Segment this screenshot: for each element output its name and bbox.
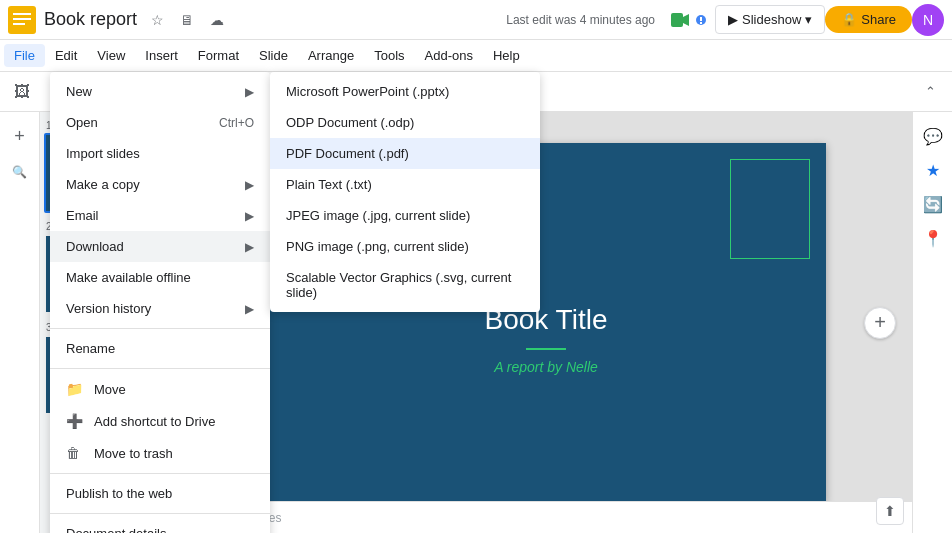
meet-button[interactable] (663, 9, 715, 31)
download-png-label: PNG image (.png, current slide) (286, 239, 469, 254)
explore-icon[interactable]: 🔄 (917, 188, 949, 220)
download-txt-label: Plain Text (.txt) (286, 177, 372, 192)
star-icon[interactable]: ☆ (145, 8, 169, 32)
folder-icon: 📁 (66, 381, 82, 397)
file-menu-email[interactable]: Email ▶ (50, 200, 270, 231)
file-menu-version-label: Version history (66, 301, 151, 316)
svg-rect-6 (700, 17, 702, 21)
svg-rect-4 (671, 13, 683, 27)
file-menu-publish[interactable]: Publish to the web (50, 478, 270, 509)
menu-item-insert[interactable]: Insert (135, 44, 188, 67)
file-menu-download-arrow: ▶ (245, 240, 254, 254)
download-jpg[interactable]: JPEG image (.jpg, current slide) (270, 200, 540, 231)
file-menu-new-label: New (66, 84, 92, 99)
file-menu-separator-1 (50, 328, 270, 329)
slideshow-label: Slideshow (742, 12, 801, 27)
file-menu-copy-arrow: ▶ (245, 178, 254, 192)
slide-canvas-border-decoration (730, 159, 810, 259)
menu-item-slide[interactable]: Slide (249, 44, 298, 67)
right-panel: 💬 ★ 🔄 📍 (912, 112, 952, 533)
drive-icon[interactable]: 🖥 (175, 8, 199, 32)
file-menu-separator-2 (50, 368, 270, 369)
cloud-icon[interactable]: ☁ (205, 8, 229, 32)
avatar[interactable]: N (912, 4, 944, 36)
file-menu-new[interactable]: New ▶ (50, 76, 270, 107)
svg-rect-3 (13, 23, 25, 25)
file-menu-trash[interactable]: 🗑 Move to trash (50, 437, 270, 469)
file-menu-offline[interactable]: Make available offline (50, 262, 270, 293)
canvas-add-button[interactable]: + (864, 307, 896, 339)
speaker-notes: d speaker notes (180, 501, 912, 533)
add-shortcut-icon: ➕ (66, 413, 82, 429)
maps-icon[interactable]: 📍 (917, 222, 949, 254)
download-txt[interactable]: Plain Text (.txt) (270, 169, 540, 200)
download-odp-label: ODP Document (.odp) (286, 115, 414, 130)
menu-item-addons[interactable]: Add-ons (415, 44, 483, 67)
share-button[interactable]: 🔒 Share (825, 6, 912, 33)
menu-item-file[interactable]: File (4, 44, 45, 67)
file-menu-open[interactable]: Open Ctrl+O (50, 107, 270, 138)
file-menu-download[interactable]: Download ▶ (50, 231, 270, 262)
file-menu-open-shortcut: Ctrl+O (219, 116, 254, 130)
title-bar: Book report ☆ 🖥 ☁ Last edit was 4 minute… (0, 0, 952, 40)
file-menu-shortcut[interactable]: ➕ Add shortcut to Drive (50, 405, 270, 437)
file-menu-shortcut-label: Add shortcut to Drive (94, 414, 215, 429)
file-menu-import-label: Import slides (66, 146, 140, 161)
add-slide-button[interactable]: + (4, 120, 36, 152)
download-pdf[interactable]: PDF Document (.pdf) (270, 138, 540, 169)
download-pdf-label: PDF Document (.pdf) (286, 146, 409, 161)
file-menu-copy[interactable]: Make a copy ▶ (50, 169, 270, 200)
comments-icon[interactable]: 💬 (917, 120, 949, 152)
file-menu-publish-label: Publish to the web (66, 486, 172, 501)
file-menu-import[interactable]: Import slides (50, 138, 270, 169)
download-jpg-label: JPEG image (.jpg, current slide) (286, 208, 470, 223)
slide-canvas-subtitle: A report by Nelle (494, 359, 598, 375)
download-pptx-label: Microsoft PowerPoint (.pptx) (286, 84, 449, 99)
menu-item-format[interactable]: Format (188, 44, 249, 67)
file-menu-copy-label: Make a copy (66, 177, 140, 192)
zoom-icon[interactable]: 🔍 (4, 156, 36, 188)
svg-rect-2 (13, 18, 31, 20)
file-menu-download-label: Download (66, 239, 124, 254)
svg-rect-1 (13, 13, 31, 15)
file-menu-new-arrow: ▶ (245, 85, 254, 99)
share-label: Share (861, 12, 896, 27)
toolbar-collapse-icon[interactable]: ⌃ (916, 78, 944, 106)
menu-item-arrange[interactable]: Arrange (298, 44, 364, 67)
download-submenu: Microsoft PowerPoint (.pptx) ODP Documen… (270, 72, 540, 312)
file-menu-separator-4 (50, 513, 270, 514)
last-edit-text: Last edit was 4 minutes ago (506, 13, 655, 27)
file-menu-open-label: Open (66, 115, 98, 130)
slideshow-monitor-icon: ▶ (728, 12, 738, 27)
file-menu-rename[interactable]: Rename (50, 333, 270, 364)
download-odp[interactable]: ODP Document (.odp) (270, 107, 540, 138)
slideshow-button[interactable]: ▶ Slideshow ▾ (715, 5, 825, 34)
app-logo (8, 6, 36, 34)
trash-icon: 🗑 (66, 445, 82, 461)
menu-item-edit[interactable]: Edit (45, 44, 87, 67)
file-menu-email-arrow: ▶ (245, 209, 254, 223)
menu-item-help[interactable]: Help (483, 44, 530, 67)
file-menu: New ▶ Open Ctrl+O Import slides Make a c… (50, 72, 270, 533)
doc-title: Book report (44, 9, 137, 30)
notes-expand-button[interactable]: ⬆ (876, 497, 904, 525)
ai-suggestions-icon[interactable]: ★ (917, 154, 949, 186)
file-menu-version[interactable]: Version history ▶ (50, 293, 270, 324)
file-menu-move-label: Move (94, 382, 126, 397)
file-menu-version-arrow: ▶ (245, 302, 254, 316)
menu-item-view[interactable]: View (87, 44, 135, 67)
file-menu-details[interactable]: Document details (50, 518, 270, 533)
file-menu-move[interactable]: 📁 Move (50, 373, 270, 405)
download-png[interactable]: PNG image (.png, current slide) (270, 231, 540, 262)
file-menu-separator-3 (50, 473, 270, 474)
menu-item-tools[interactable]: Tools (364, 44, 414, 67)
file-menu-rename-label: Rename (66, 341, 115, 356)
file-menu-offline-label: Make available offline (66, 270, 191, 285)
file-menu-trash-label: Move to trash (94, 446, 173, 461)
lock-icon: 🔒 (841, 12, 857, 27)
slide-canvas-line-decoration (526, 348, 566, 350)
download-pptx[interactable]: Microsoft PowerPoint (.pptx) (270, 76, 540, 107)
toolbar-image-icon[interactable]: 🖼 (8, 78, 36, 106)
file-menu-details-label: Document details (66, 526, 166, 533)
download-svg[interactable]: Scalable Vector Graphics (.svg, current … (270, 262, 540, 308)
